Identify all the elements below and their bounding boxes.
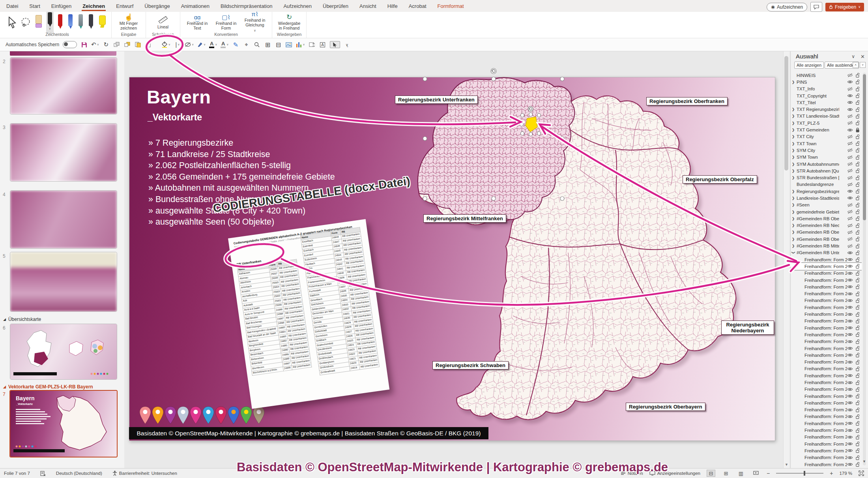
visibility-off-icon[interactable] — [847, 237, 853, 241]
zoom-in-button[interactable]: + — [830, 470, 833, 476]
toolbar-overflow-button[interactable]: ∨̱ — [344, 43, 351, 47]
lock-open-icon[interactable] — [855, 189, 860, 194]
visibility-on-icon[interactable] — [847, 278, 853, 282]
font-color-button[interactable]: A∨ — [209, 41, 217, 48]
lock-open-icon[interactable] — [855, 305, 860, 310]
lock-open-icon[interactable] — [855, 407, 860, 412]
map-pins-row[interactable] — [139, 406, 265, 425]
menu-tab-acrobat[interactable]: Acrobat — [408, 1, 427, 11]
slide-subtitle[interactable]: _Vektorkarte — [148, 112, 202, 123]
menu-tab-animationen[interactable]: Animationen — [180, 1, 210, 11]
layer-row-freihandform-form-25001[interactable]: Freihandform: Form 25001 — [791, 297, 862, 304]
layer-row-sym-town[interactable]: ❯SYM Town — [791, 154, 862, 161]
layer-row-freihandform-form-24998[interactable]: Freihandform: Form 24998 — [791, 318, 862, 324]
visibility-on-icon[interactable] — [847, 292, 853, 296]
paste-icon-button[interactable] — [145, 42, 152, 47]
visibility-on-icon[interactable] — [847, 448, 853, 453]
visibility-on-icon[interactable] — [847, 408, 853, 412]
lock-open-icon[interactable] — [855, 216, 860, 221]
slide-sorter-view-button[interactable]: ⊞ — [722, 470, 730, 477]
visibility-on-icon[interactable] — [847, 312, 853, 317]
map-label-schwaben[interactable]: Regierungsbezirk Schwaben — [432, 361, 509, 369]
lasso-select-tool[interactable] — [20, 17, 31, 28]
lock-open-icon[interactable] — [855, 86, 860, 92]
expand-chevron-icon[interactable]: ❯ — [791, 135, 796, 139]
copy-icon-button[interactable] — [135, 42, 142, 47]
visibility-on-icon[interactable] — [847, 107, 853, 112]
layer-row-freihandform-form-25000[interactable]: Freihandform: Form 25000 — [791, 304, 862, 311]
visibility-off-icon[interactable] — [847, 244, 853, 248]
expand-chevron-icon[interactable]: ❯ — [791, 203, 796, 207]
ink-nib-button[interactable]: ∨ — [197, 42, 206, 47]
expand-chevron-icon[interactable]: ❯ — [791, 114, 796, 118]
visibility-off-icon[interactable] — [847, 155, 853, 159]
outline-weight-button[interactable]: |∨ — [174, 41, 181, 48]
lock-open-icon[interactable] — [855, 175, 860, 180]
visibility-on-icon[interactable] — [847, 80, 853, 84]
lock-open-icon[interactable] — [855, 462, 860, 467]
layer-row-freihandform-form-24992[interactable]: Freihandform: Form 24992 — [791, 358, 862, 365]
expand-chevron-icon[interactable]: ❯ — [791, 237, 796, 241]
visibility-on-icon[interactable] — [847, 94, 853, 98]
layer-row--seen[interactable]: ❯#Seen — [791, 202, 862, 208]
layer-row--gemeinden-rb-oberfranken[interactable]: ❯#Gemeinden RB Oberfranken — [791, 236, 862, 242]
expand-chevron-icon[interactable]: ❯ — [791, 169, 796, 173]
layer-row-freihandform-form-24994[interactable]: Freihandform: Form 24994 — [791, 345, 862, 352]
pen-black-tool[interactable]: ∨ — [46, 11, 54, 34]
layer-row-regierungsbezirksgrenzen[interactable]: ❯Regierungsbezirksgrenzen — [791, 188, 862, 195]
show-all-button[interactable]: Alle anzeigen — [794, 62, 824, 69]
lock-open-icon[interactable] — [855, 400, 860, 405]
layer-row-freihandform-form-25005[interactable]: Freihandform: Form 25005 — [791, 270, 862, 277]
layer-row-freihandform-form-24999[interactable]: Freihandform: Form 24999 — [791, 311, 862, 317]
visibility-on-icon[interactable] — [847, 128, 853, 132]
layer-row-txt-info[interactable]: TXT_Info — [791, 86, 862, 92]
lock-open-icon[interactable] — [855, 298, 860, 303]
canvas-scrollbar[interactable]: ▼ — [783, 51, 789, 468]
redo-button[interactable]: ↻ — [103, 41, 110, 48]
zoom-slider-knob[interactable] — [804, 471, 805, 476]
move-down-button[interactable]: ˅ — [860, 62, 866, 68]
visibility-on-icon[interactable] — [847, 435, 853, 439]
pane-scroll-down-icon[interactable]: ▼ — [862, 459, 866, 463]
menu-tab-datei[interactable]: Datei — [6, 1, 19, 11]
menu-tab-entwurf[interactable]: Entwurf — [115, 1, 134, 11]
lock-open-icon[interactable] — [855, 441, 860, 446]
menu-tab-zeichnen[interactable]: Zeichnen — [82, 1, 106, 11]
layer-row-freihandform-form-24991[interactable]: Freihandform: Form 24991 — [791, 366, 862, 372]
visibility-off-icon[interactable] — [847, 176, 853, 180]
visibility-off-icon[interactable] — [847, 182, 853, 187]
menu-tab-einfügen[interactable]: Einfügen — [51, 1, 72, 11]
picture-button[interactable] — [285, 42, 292, 47]
lock-open-icon[interactable] — [855, 312, 860, 317]
layer-row-txt-titel[interactable]: TXT_Titel — [791, 99, 862, 106]
visibility-off-icon[interactable] — [847, 141, 853, 146]
visibility-off-icon[interactable] — [847, 223, 853, 228]
lock-open-icon[interactable] — [855, 230, 860, 235]
expand-chevron-icon[interactable]: ❯ — [791, 176, 796, 180]
lock-open-icon[interactable] — [855, 73, 860, 78]
lock-open-icon[interactable] — [855, 325, 860, 330]
visibility-off-icon[interactable] — [847, 210, 853, 214]
lock-open-icon[interactable] — [855, 319, 860, 324]
layer-row-txt-landkreise-stadtkreise[interactable]: ❯TXT Landkreise-Stadtkreise — [791, 113, 862, 120]
lock-open-icon[interactable] — [855, 271, 860, 276]
expand-chevron-icon[interactable]: ❯ — [791, 217, 796, 221]
layer-row-freihandform-form-24980[interactable]: Freihandform: Form 24980 — [791, 441, 862, 447]
layer-row-txt-copyright[interactable]: TXT_Copyright — [791, 92, 862, 99]
slide-thumbnail-3[interactable] — [10, 123, 117, 182]
lock-open-icon[interactable] — [855, 223, 860, 228]
visibility-off-icon[interactable] — [847, 230, 853, 234]
layer-row-str-bundesstra-en-quelle-[interactable]: ❯STR Bundesstraßen [Quelle: … — [791, 174, 862, 181]
lock-open-icon[interactable] — [855, 155, 860, 160]
lock-open-icon[interactable] — [855, 373, 860, 378]
visibility-on-icon[interactable] — [847, 196, 853, 200]
distribute-button[interactable]: ⊟ — [275, 41, 282, 49]
layer-row-freihandform-form-24982[interactable]: Freihandform: Form 24982 — [791, 427, 862, 433]
layer-row-freihandform-form-24995[interactable]: Freihandform: Form 24995 — [791, 338, 862, 345]
lock-open-icon[interactable] — [855, 291, 860, 296]
thumbnail-slide-1-partial[interactable] — [10, 51, 116, 56]
lock-open-icon[interactable] — [855, 168, 860, 173]
layer-row-gemeindefreie-gebiete[interactable]: ❯gemeindefreie Gebiete — [791, 208, 862, 215]
send-backward-icon[interactable] — [124, 42, 131, 47]
select-cursor-tool[interactable] — [7, 17, 17, 28]
